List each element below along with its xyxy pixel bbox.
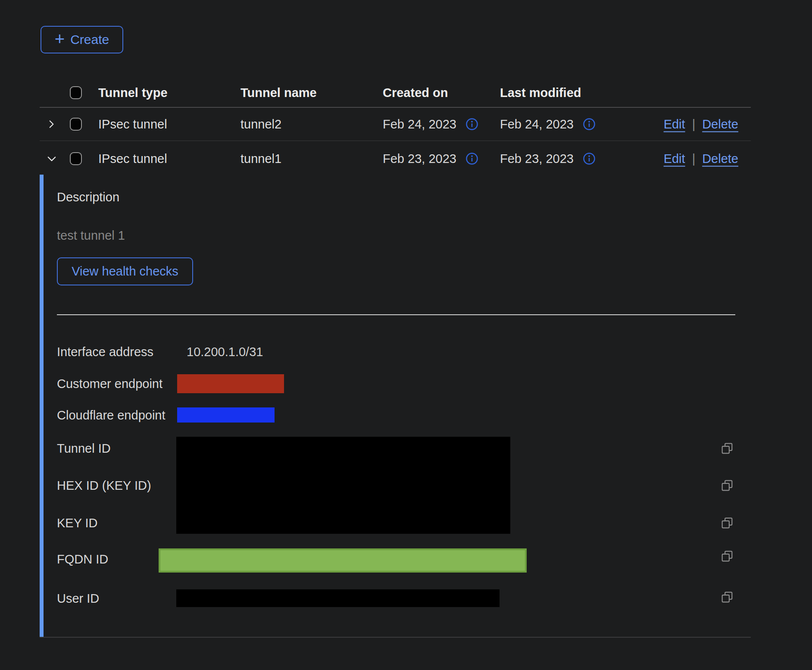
info-icon[interactable]: [465, 118, 478, 131]
edit-link[interactable]: Edit: [664, 151, 685, 166]
key-id-label: KEY ID: [57, 516, 98, 530]
last-modified-value: Feb 23, 2023: [500, 151, 574, 166]
tunnel-name: tunnel2: [240, 117, 281, 131]
delete-link[interactable]: Delete: [702, 117, 738, 131]
tunnel-type: IPsec tunnel: [98, 151, 167, 166]
created-on-value: Feb 24, 2023: [383, 117, 456, 131]
cloudflare-endpoint-redacted-value: [177, 407, 275, 423]
plus-icon: +: [55, 30, 65, 47]
table-header-row: Tunnel type Tunnel name Created on Last …: [40, 78, 751, 108]
header-created-on: Created on: [383, 86, 448, 100]
customer-endpoint-redacted-value: [177, 374, 284, 393]
chevron-down-icon[interactable]: [46, 153, 60, 165]
tunnels-table: Tunnel type Tunnel name Created on Last …: [40, 78, 751, 176]
row-checkbox[interactable]: [70, 152, 82, 165]
description-value: test tunnel 1: [57, 229, 125, 243]
copy-icon[interactable]: [721, 591, 733, 603]
info-icon[interactable]: [465, 152, 478, 165]
tunnel-name: tunnel1: [240, 151, 281, 166]
copy-icon[interactable]: [721, 550, 733, 562]
interface-address-label: Interface address: [57, 344, 153, 359]
copy-icon[interactable]: [721, 442, 733, 454]
delete-link[interactable]: Delete: [702, 151, 738, 166]
info-icon[interactable]: [583, 118, 596, 131]
cloudflare-endpoint-label: Cloudflare endpoint: [57, 408, 166, 423]
fqdn-id-label: FQDN ID: [57, 552, 108, 567]
select-all-checkbox[interactable]: [70, 86, 82, 99]
tunnels-page: + Create Tunnel type Tunnel name Created…: [0, 0, 812, 670]
tunnel-type: IPsec tunnel: [98, 117, 167, 131]
interface-address-value: 10.200.1.0/31: [187, 344, 263, 359]
table-row: IPsec tunnel tunnel2 Feb 24, 2023 Feb 24…: [40, 108, 751, 141]
header-tunnel-name: Tunnel name: [240, 86, 317, 100]
create-button[interactable]: + Create: [41, 26, 123, 53]
user-id-label: User ID: [57, 591, 99, 606]
create-button-label: Create: [70, 32, 109, 47]
edit-link[interactable]: Edit: [664, 117, 685, 131]
copy-icon[interactable]: [721, 517, 733, 529]
header-last-modified: Last modified: [500, 86, 581, 100]
info-icon[interactable]: [583, 152, 596, 165]
view-health-checks-label: View health checks: [72, 264, 178, 279]
description-label: Description: [57, 190, 119, 204]
details-divider: [57, 314, 735, 315]
fqdn-id-redacted-value: [159, 548, 527, 573]
user-id-redacted-value: [176, 589, 500, 607]
row-checkbox[interactable]: [70, 118, 82, 131]
tunnel-id-label: Tunnel ID: [57, 441, 111, 456]
customer-endpoint-label: Customer endpoint: [57, 376, 162, 391]
header-tunnel-type: Tunnel type: [98, 86, 168, 100]
ids-redacted-value: [176, 437, 510, 534]
copy-icon[interactable]: [721, 479, 733, 492]
table-row: IPsec tunnel tunnel1 Feb 23, 2023 Feb 23…: [40, 141, 751, 176]
created-on-value: Feb 23, 2023: [383, 151, 456, 166]
actions-separator: |: [692, 117, 696, 131]
actions-separator: |: [692, 151, 696, 166]
hex-id-label: HEX ID (KEY ID): [57, 478, 151, 493]
last-modified-value: Feb 24, 2023: [500, 117, 574, 131]
chevron-right-icon[interactable]: [46, 119, 60, 130]
view-health-checks-button[interactable]: View health checks: [57, 257, 193, 285]
table-bottom-border: [40, 637, 751, 638]
tunnel-details-panel: Description test tunnel 1 View health ch…: [40, 175, 751, 637]
